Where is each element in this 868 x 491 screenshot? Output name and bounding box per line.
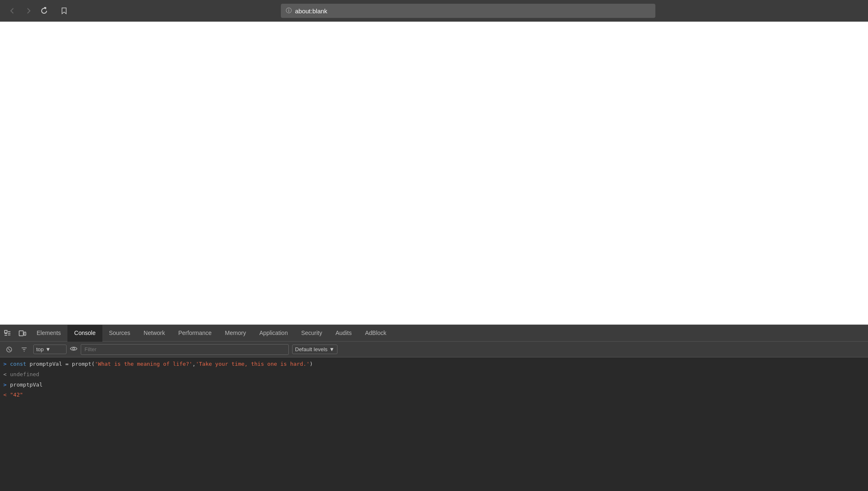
output-arrow-2: <	[3, 370, 10, 379]
console-code-1: const promptpVal = prompt('What is the m…	[10, 360, 865, 369]
devtools-tab-bar: Elements Console Sources Network Perform…	[0, 325, 868, 342]
forward-button[interactable]	[22, 5, 34, 17]
tab-security[interactable]: Security	[295, 325, 329, 342]
svg-rect-0	[5, 330, 7, 333]
console-line-4: < "42"	[0, 390, 868, 400]
device-toolbar-button[interactable]	[15, 325, 30, 342]
address-bar[interactable]: ⓘ about:blank	[281, 4, 655, 18]
svg-rect-1	[19, 331, 23, 336]
svg-line-4	[8, 348, 10, 351]
input-arrow-1: >	[3, 360, 10, 369]
devtools-panel: Elements Console Sources Network Perform…	[0, 325, 868, 491]
page-content	[0, 22, 868, 325]
url-text: about:blank	[295, 7, 327, 15]
context-selector[interactable]: top ▼	[33, 345, 67, 354]
bookmark-button[interactable]	[58, 5, 70, 17]
tab-console[interactable]: Console	[67, 325, 102, 342]
clear-console-button[interactable]	[3, 344, 15, 355]
tab-network[interactable]: Network	[137, 325, 171, 342]
console-toolbar: top ▼ Default levels ▼	[0, 342, 868, 357]
output-arrow-4: <	[3, 391, 10, 399]
tab-elements[interactable]: Elements	[30, 325, 67, 342]
back-button[interactable]	[7, 5, 18, 17]
reload-button[interactable]	[38, 5, 50, 17]
tab-memory[interactable]: Memory	[218, 325, 253, 342]
console-line-3: > promptpVal	[0, 380, 868, 390]
console-code-4: "42"	[10, 391, 865, 399]
info-icon: ⓘ	[286, 7, 292, 15]
svg-rect-2	[24, 332, 26, 335]
filter-toggle-button[interactable]	[18, 344, 30, 355]
console-code-2: undefined	[10, 370, 865, 379]
tab-sources[interactable]: Sources	[102, 325, 137, 342]
tab-performance[interactable]: Performance	[171, 325, 218, 342]
console-output: > const promptpVal = prompt('What is the…	[0, 357, 868, 491]
console-line-2: < undefined	[0, 369, 868, 380]
tab-application[interactable]: Application	[253, 325, 295, 342]
console-code-3: promptpVal	[10, 381, 865, 389]
browser-toolbar: ⓘ about:blank	[0, 0, 868, 22]
nav-buttons	[7, 5, 50, 17]
levels-selector[interactable]: Default levels ▼	[292, 345, 337, 354]
inspect-element-button[interactable]	[0, 325, 15, 342]
console-line-1: > const promptpVal = prompt('What is the…	[0, 359, 868, 369]
eye-button[interactable]	[70, 345, 77, 354]
filter-input[interactable]	[81, 344, 289, 355]
tab-audits[interactable]: Audits	[329, 325, 358, 342]
tab-adblock[interactable]: AdBlock	[358, 325, 393, 342]
input-arrow-3: >	[3, 381, 10, 389]
svg-point-5	[73, 347, 75, 350]
